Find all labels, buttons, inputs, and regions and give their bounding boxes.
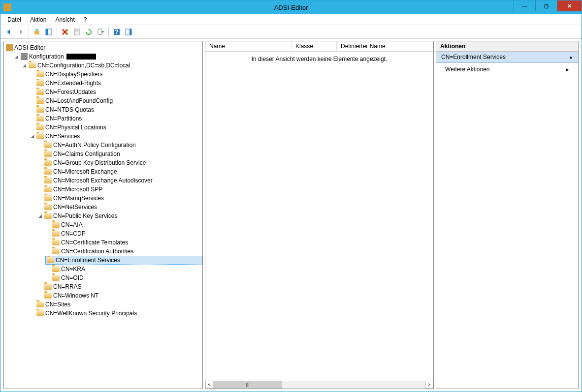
- tree-item-winnt[interactable]: CN=Windows NT: [37, 291, 202, 300]
- folder-icon: [44, 293, 52, 299]
- svg-rect-10: [98, 29, 102, 34]
- tree-item-enrollment[interactable]: CN=Enrollment Services: [45, 256, 202, 265]
- folder-icon: [36, 89, 44, 95]
- actions-section[interactable]: CN=Enrollment Services ▲: [436, 52, 578, 63]
- tree-label: CN=WellKnown Security Principals: [45, 310, 137, 317]
- window-title: ADSI-Editor: [274, 4, 308, 11]
- folder-icon: [36, 80, 44, 86]
- export-button[interactable]: [95, 27, 106, 37]
- column-dn[interactable]: Definierter Name: [337, 41, 433, 51]
- folder-icon: [52, 231, 60, 237]
- svg-marker-3: [35, 29, 39, 30]
- properties-button[interactable]: [71, 27, 82, 37]
- collapse-icon[interactable]: ◢: [37, 213, 43, 219]
- tree-item-msmq[interactable]: CN=MsmqServices: [37, 194, 202, 203]
- actions-more-label: Weitere Aktionen: [445, 66, 490, 73]
- column-name[interactable]: Name: [205, 41, 291, 51]
- tree-item-netservices[interactable]: CN=NetServices: [37, 203, 202, 211]
- tree-item-msexchange[interactable]: CN=Microsoft Exchange: [37, 167, 202, 176]
- nav-back-button[interactable]: [3, 27, 14, 37]
- up-button[interactable]: [32, 27, 42, 37]
- titlebar[interactable]: ADSI-Editor — ◻ ✕: [0, 0, 582, 14]
- tree-item-rras[interactable]: CN=RRAS: [37, 282, 202, 291]
- tree-item-pks[interactable]: ◢CN=Public Key Services: [37, 211, 202, 220]
- folder-icon: [36, 98, 44, 104]
- tree-item-wksp[interactable]: CN=WellKnown Security Principals: [30, 309, 202, 318]
- tree-item-forestupdates[interactable]: CN=ForestUpdates: [30, 88, 202, 96]
- tree-label: Konfiguration: [29, 53, 64, 60]
- show-hide-tree-button[interactable]: [43, 27, 54, 37]
- minimize-button[interactable]: —: [514, 0, 535, 11]
- tree-item-extendedrights[interactable]: CN=Extended-Rights: [30, 79, 202, 88]
- tree-item-cdp[interactable]: CN=CDP: [45, 229, 202, 238]
- tree-item-groupkey[interactable]: CN=Group Key Distribution Service: [37, 158, 202, 167]
- refresh-button[interactable]: [83, 27, 94, 37]
- menu-ansicht[interactable]: Ansicht: [51, 15, 78, 24]
- tree-item-msspp[interactable]: CN=Microsoft SPP: [37, 185, 202, 194]
- tree-pane[interactable]: ADSI-Editor ◢ Konfiguration: [3, 41, 203, 389]
- collapse-icon[interactable]: ◢: [14, 54, 19, 60]
- tree-item-kra[interactable]: CN=KRA: [45, 265, 202, 273]
- actions-more[interactable]: Weitere Aktionen ▸: [436, 63, 578, 76]
- app-window: ADSI-Editor — ◻ ✕ Datei Aktion Ansicht ?…: [0, 0, 582, 392]
- tree-item-configuration-dn[interactable]: ◢ CN=Configuration,DC=sb,DC=local: [22, 61, 202, 70]
- folder-icon: [52, 240, 60, 245]
- list-pane: Name Klasse Definierter Name In dieser A…: [205, 41, 434, 389]
- tree-item-konfiguration[interactable]: ◢ Konfiguration: [14, 52, 202, 61]
- menubar: Datei Aktion Ansicht ?: [0, 14, 582, 25]
- tree-item-certtpl[interactable]: CN=Certificate Templates: [45, 238, 202, 247]
- tree-label: CN=Physical Locations: [45, 124, 106, 131]
- column-klasse[interactable]: Klasse: [291, 41, 337, 51]
- folder-icon: [36, 107, 44, 113]
- folder-icon: [47, 257, 54, 263]
- tree-item-oid[interactable]: CN=OID: [45, 273, 202, 282]
- folder-icon: [36, 116, 44, 121]
- folder-icon: [44, 186, 52, 192]
- tree-label: CN=Claims Configuration: [53, 151, 120, 157]
- svg-rect-2: [34, 31, 39, 34]
- tree-item-lostandfound[interactable]: CN=LostAndFoundConfig: [30, 96, 202, 105]
- close-button[interactable]: ✕: [557, 0, 582, 11]
- maximize-button[interactable]: ◻: [535, 0, 557, 11]
- scroll-right-button[interactable]: >: [425, 381, 433, 389]
- scrollbar-thumb[interactable]: |||: [213, 381, 282, 389]
- tree-label: CN=Enrollment Services: [56, 257, 120, 264]
- tree-item-ntdsquotas[interactable]: CN=NTDS Quotas: [30, 105, 202, 114]
- help-button[interactable]: ?: [111, 27, 122, 37]
- tree-item-partitions[interactable]: CN=Partitions: [30, 114, 202, 123]
- collapse-icon[interactable]: ◢: [30, 134, 35, 139]
- tree-item-claims[interactable]: CN=Claims Configuration: [37, 150, 202, 158]
- tree-label: CN=NTDS Quotas: [45, 106, 94, 113]
- tree-item-physicallocations[interactable]: CN=Physical Locations: [30, 123, 202, 132]
- show-actions-button[interactable]: [123, 27, 134, 37]
- scroll-left-button[interactable]: <: [205, 381, 213, 389]
- tree-label: CN=Certification Authorities: [61, 248, 133, 255]
- collapse-icon[interactable]: ◢: [22, 63, 27, 68]
- horizontal-scrollbar[interactable]: < ||| >: [205, 380, 433, 389]
- collapse-up-icon[interactable]: ▲: [569, 55, 573, 60]
- delete-button[interactable]: [60, 27, 70, 37]
- folder-icon: [44, 204, 52, 210]
- tree-label: CN=LostAndFoundConfig: [45, 97, 113, 104]
- folder-icon: [52, 222, 60, 228]
- tree-label: CN=KRA: [61, 266, 85, 272]
- tree-item-authn[interactable]: CN=AuthN Policy Configuration: [37, 141, 202, 150]
- tree-item-displayspecifiers[interactable]: CN=DisplaySpecifiers: [30, 70, 202, 79]
- tree-item-services[interactable]: ◢CN=Services: [30, 132, 202, 141]
- svg-rect-15: [129, 29, 131, 35]
- tree-item-sites[interactable]: CN=Sites: [30, 300, 202, 309]
- tree-label: CN=DisplaySpecifiers: [45, 71, 102, 78]
- nav-forward-button[interactable]: [15, 27, 26, 37]
- tree-item-msexchangead[interactable]: CN=Microsoft Exchange Autodiscover: [37, 176, 202, 185]
- tree-item-aia[interactable]: CN=AIA: [45, 220, 202, 229]
- content-area: ADSI-Editor ◢ Konfiguration: [0, 39, 582, 389]
- menu-datei[interactable]: Datei: [3, 15, 25, 24]
- folder-icon: [44, 151, 52, 157]
- menu-help[interactable]: ?: [80, 15, 91, 24]
- tree-item-certauth[interactable]: CN=Certification Authorities: [45, 247, 202, 256]
- svg-marker-1: [20, 30, 23, 34]
- menu-aktion[interactable]: Aktion: [26, 15, 50, 24]
- scrollbar-track[interactable]: |||: [213, 381, 425, 389]
- tree-label: CN=Microsoft SPP: [53, 186, 102, 193]
- tree-root[interactable]: ADSI-Editor: [6, 43, 202, 52]
